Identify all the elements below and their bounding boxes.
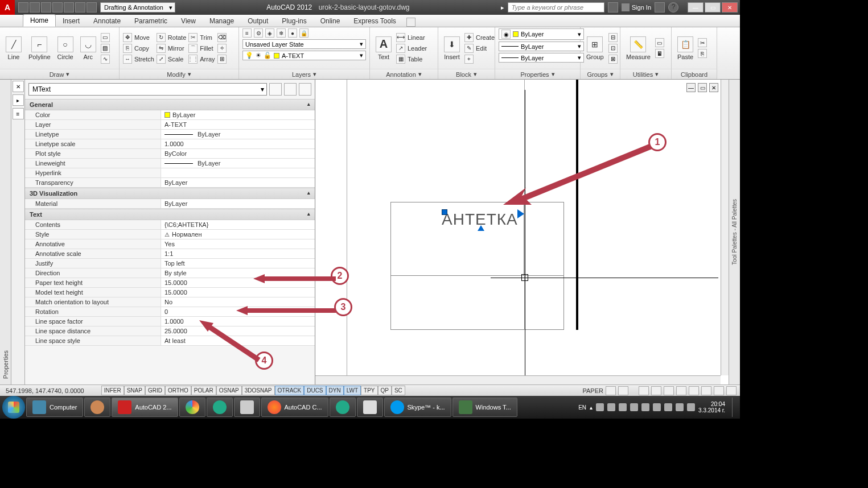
status-toggle-ducs[interactable]: DUCS: [304, 386, 326, 395]
prop-value[interactable]: 1.0000: [161, 139, 315, 148]
prop-row-line-space-distance[interactable]: Line space distance25.0000: [25, 326, 315, 336]
task-app1[interactable]: [207, 398, 233, 417]
tray-icon-5[interactable]: [641, 403, 649, 411]
prop-row-style[interactable]: Style⚠Нормален: [25, 230, 315, 239]
measure-button[interactable]: 📏Measure: [624, 35, 653, 61]
layer-lock-icon[interactable]: 🔒: [299, 28, 308, 38]
prop-row-line-space-factor[interactable]: Line space factor1.0000: [25, 317, 315, 326]
layer-states-icon[interactable]: ⚙: [254, 28, 263, 38]
tray-icon-6[interactable]: [653, 403, 661, 411]
lineweight-dropdown[interactable]: ByLayer▾: [499, 42, 584, 51]
annoauto-icon[interactable]: [664, 386, 674, 395]
prop-close-icon[interactable]: ✕: [13, 81, 24, 92]
create-button[interactable]: ✚Create: [464, 33, 495, 42]
task-app2[interactable]: [234, 398, 260, 417]
select-icon[interactable]: ▭: [655, 38, 664, 47]
tab-manage[interactable]: Manage: [203, 15, 241, 27]
prop-row-transparency[interactable]: TransparencyByLayer: [25, 178, 315, 188]
prop-value[interactable]: Top left: [161, 259, 315, 268]
layer-iso-icon[interactable]: ◈: [265, 28, 274, 38]
prop-value[interactable]: ByLayer: [161, 130, 315, 139]
task-app3[interactable]: [330, 398, 356, 417]
prop-row-material[interactable]: MaterialByLayer: [25, 199, 315, 209]
layer-prop-icon[interactable]: ≡: [242, 28, 252, 38]
status-toggle-dyn[interactable]: DYN: [326, 386, 344, 395]
minimize-button[interactable]: —: [688, 2, 704, 13]
edit-button[interactable]: ✎Edit: [464, 44, 495, 53]
prop-row-contents[interactable]: Contents{\C6;АНТЕТКА}: [25, 220, 315, 230]
prop-value[interactable]: ByLayer: [161, 110, 315, 119]
prop-row-color[interactable]: ColorByLayer: [25, 110, 315, 120]
text-button[interactable]: AText: [373, 35, 394, 61]
prop-row-plot-style[interactable]: Plot styleByColor: [25, 149, 315, 159]
prop-row-annotative[interactable]: AnnotativeYes: [25, 239, 315, 249]
taskbar-clock[interactable]: 20:04 3.3.2014 г.: [698, 401, 729, 413]
start-button[interactable]: [2, 396, 25, 419]
app-icon[interactable]: A: [0, 0, 15, 15]
vp-min-icon[interactable]: —: [686, 83, 696, 92]
drawing-canvas[interactable]: АНТЕТКА 1 2 3: [315, 80, 721, 375]
grip-bottom[interactable]: [478, 225, 484, 231]
prop-value[interactable]: No: [161, 297, 315, 307]
linetype-dropdown[interactable]: ByLayer▾: [499, 53, 584, 63]
tab-online[interactable]: Online: [314, 15, 347, 27]
polyline-button[interactable]: ⌐Polyline: [26, 35, 53, 61]
cut-icon[interactable]: ✂: [698, 38, 707, 47]
section-3d-viz[interactable]: 3D Visualization▴: [25, 188, 315, 199]
line-button[interactable]: ╱Line: [3, 35, 24, 61]
tray-icon-9[interactable]: [687, 403, 695, 411]
select-objects-icon[interactable]: [284, 83, 297, 96]
prop-row-layer[interactable]: LayerA-TEXT: [25, 120, 315, 130]
qat-redo-icon[interactable]: [87, 2, 97, 13]
help-icon[interactable]: ?: [668, 2, 678, 13]
vp-close-icon[interactable]: ✕: [709, 83, 718, 92]
tray-flag-icon[interactable]: [676, 403, 684, 411]
hatch-icon[interactable]: ▨: [101, 44, 110, 53]
isolate-icon[interactable]: [714, 386, 724, 395]
horizontal-scrollbar[interactable]: [315, 375, 721, 384]
arc-button[interactable]: ◡Arc: [78, 35, 98, 61]
status-toggle-qp[interactable]: QP: [378, 386, 392, 395]
prop-menu-icon[interactable]: ≡: [13, 108, 24, 119]
mirror-button[interactable]: ⇋Mirror: [157, 44, 186, 53]
leader-button[interactable]: ↗Leader: [396, 44, 427, 53]
show-desktop-button[interactable]: [732, 398, 738, 417]
prop-value[interactable]: Yes: [161, 239, 315, 249]
task-paint[interactable]: [84, 398, 110, 417]
tab-express[interactable]: Express Tools: [347, 15, 402, 27]
fillet-button[interactable]: ⌒Fillet: [188, 44, 215, 53]
erase-icon[interactable]: ⌫: [217, 33, 227, 42]
hardware-icon[interactable]: [701, 386, 711, 395]
layer-off-icon[interactable]: ●: [288, 28, 297, 38]
vertical-scrollbar[interactable]: [721, 80, 729, 375]
toolbar-lock-icon[interactable]: [689, 386, 699, 395]
qat-undo-icon[interactable]: [75, 2, 85, 13]
layer-current-dropdown[interactable]: 💡☀🔓A-TEXT▾: [242, 51, 366, 60]
prop-row-lineweight[interactable]: LineweightByLayer: [25, 159, 315, 168]
layer-freeze-icon[interactable]: ❄: [277, 28, 286, 38]
prop-row-hyperlink[interactable]: Hyperlink: [25, 168, 315, 178]
task-chrome[interactable]: [179, 398, 205, 417]
array-button[interactable]: ⋮⋮Array: [188, 55, 215, 64]
workspace-dropdown[interactable]: Drafting & Annotation: [100, 2, 175, 13]
toggle-pickadd-icon[interactable]: [269, 83, 282, 96]
status-toggle-3dosnap[interactable]: 3DOSNAP: [242, 386, 275, 395]
color-dropdown[interactable]: ◉ByLayer▾: [499, 28, 584, 40]
infocenter-icon[interactable]: [608, 2, 618, 13]
clean-screen-icon[interactable]: [726, 386, 737, 395]
status-toggle-ortho[interactable]: ORTHO: [165, 386, 191, 395]
grip-topleft[interactable]: [442, 209, 447, 215]
workspace-icon[interactable]: [676, 386, 686, 395]
prop-row-linetype[interactable]: LinetypeByLayer: [25, 130, 315, 139]
layer-state-dropdown[interactable]: Unsaved Layer State▾: [242, 39, 366, 49]
status-toggle-sc[interactable]: SC: [392, 386, 405, 395]
section-general[interactable]: General▴: [25, 99, 315, 110]
status-toggle-infer[interactable]: INFER: [101, 386, 124, 395]
status-toggle-lwt[interactable]: LWT: [344, 386, 361, 395]
close-button[interactable]: ✕: [722, 2, 738, 13]
spline-icon[interactable]: ∿: [101, 55, 110, 64]
task-firefox[interactable]: AutoCAD C...: [261, 398, 328, 417]
tab-view[interactable]: View: [174, 15, 203, 27]
status-toggle-polar[interactable]: POLAR: [191, 386, 216, 395]
status-toggle-osnap[interactable]: OSNAP: [216, 386, 242, 395]
